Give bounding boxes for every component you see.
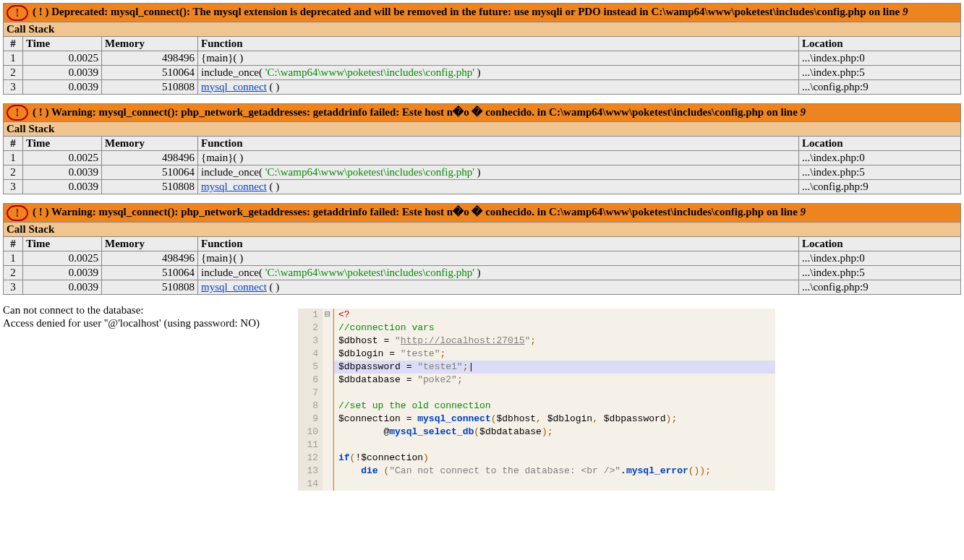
line-number: 14 — [298, 478, 323, 491]
editor-line[interactable]: 4$dblogin = "teste"; — [298, 348, 775, 361]
line-number: 6 — [298, 374, 323, 387]
editor-line[interactable]: 3$dbhost = "http://localhost:27015"; — [298, 335, 775, 348]
error-message: !( ! ) Warning: mysql_connect(): php_net… — [4, 103, 961, 122]
fold-gutter[interactable] — [323, 426, 333, 439]
fold-gutter[interactable] — [323, 335, 333, 348]
exclamation-icon: ! — [7, 205, 28, 221]
table-row: 30.0039510808mysql_connect ( )...\config… — [4, 180, 961, 194]
col-header-location: Location — [799, 236, 961, 251]
col-header-memory: Memory — [102, 36, 198, 51]
code-text[interactable]: $dbpassword = "teste1";| — [333, 361, 775, 374]
editor-line[interactable]: 10 @mysql_select_db($dbdatabase); — [298, 426, 775, 439]
fold-gutter[interactable] — [323, 322, 333, 335]
fold-gutter[interactable] — [323, 387, 333, 400]
cell-location: ...\config.php:9 — [799, 280, 961, 294]
code-text[interactable]: <? — [333, 309, 775, 322]
table-row: 10.0025498496{main}( )...\index.php:0 — [4, 151, 961, 165]
code-text[interactable] — [333, 439, 775, 452]
exclamation-icon: ! — [7, 105, 28, 121]
line-number: 4 — [298, 348, 323, 361]
output-line-2: Access denied for user ''@'localhost' (u… — [3, 317, 260, 329]
fold-gutter[interactable] — [323, 361, 333, 374]
fold-gutter[interactable] — [323, 478, 333, 491]
code-text[interactable]: $dbdatabase = "poke2"; — [333, 374, 775, 387]
line-number: 2 — [298, 322, 323, 335]
table-row: 20.0039510064include_once( 'C:\wamp64\ww… — [4, 265, 961, 280]
code-text[interactable]: if(!$connection) — [333, 452, 775, 465]
fold-icon[interactable]: ⊟ — [325, 309, 330, 320]
fold-gutter[interactable] — [323, 465, 333, 478]
fold-gutter[interactable] — [323, 374, 333, 387]
editor-line[interactable]: 12if(!$connection) — [298, 452, 775, 465]
table-header-row: #TimeMemoryFunctionLocation — [4, 36, 961, 51]
fold-gutter[interactable] — [323, 348, 333, 361]
table-row: 20.0039510064include_once( 'C:\wamp64\ww… — [4, 65, 961, 79]
col-header-idx: # — [4, 137, 23, 151]
error-message: !( ! ) Deprecated: mysql_connect(): The … — [4, 4, 961, 22]
cell-location: ...\index.php:5 — [799, 65, 961, 79]
cell-location: ...\config.php:9 — [799, 180, 961, 194]
table-header-row: #TimeMemoryFunctionLocation — [4, 236, 961, 251]
fold-gutter[interactable] — [323, 452, 333, 465]
code-text[interactable] — [333, 478, 775, 491]
code-text[interactable]: //connection vars — [333, 322, 775, 335]
editor-line[interactable]: 1⊟<? — [298, 309, 775, 322]
cell-memory: 510808 — [102, 280, 198, 294]
table-row: 20.0039510064include_once( 'C:\wamp64\ww… — [4, 165, 961, 180]
line-number: 12 — [298, 452, 323, 465]
xdebug-error-table: !( ! ) Deprecated: mysql_connect(): The … — [3, 3, 961, 95]
doc-link[interactable]: mysql_connect — [201, 181, 267, 192]
code-text[interactable]: @mysql_select_db($dbdatabase); — [333, 426, 775, 439]
col-header-time: Time — [23, 236, 102, 251]
fold-gutter[interactable] — [323, 439, 333, 452]
editor-line[interactable]: 5$dbpassword = "teste1";| — [298, 361, 775, 374]
cell-memory: 510064 — [102, 265, 198, 280]
doc-link[interactable]: mysql_connect — [201, 81, 267, 92]
editor-line[interactable]: 8//set up the old connection — [298, 400, 775, 413]
line-number: 13 — [298, 465, 323, 478]
col-header-memory: Memory — [102, 137, 198, 151]
code-text[interactable] — [333, 387, 775, 400]
col-header-idx: # — [4, 236, 23, 251]
cell-time: 0.0039 — [23, 265, 102, 280]
table-row: 30.0039510808mysql_connect ( )...\config… — [4, 79, 961, 94]
fold-gutter[interactable]: ⊟ — [323, 309, 333, 322]
fold-gutter[interactable] — [323, 400, 333, 413]
editor-line[interactable]: 14 — [298, 478, 775, 491]
cell-location: ...\index.php:0 — [799, 151, 961, 165]
cell-time: 0.0039 — [23, 280, 102, 294]
editor-line[interactable]: 7 — [298, 387, 775, 400]
col-header-function: Function — [198, 36, 799, 51]
cell-location: ...\config.php:9 — [799, 79, 961, 94]
cell-time: 0.0025 — [23, 51, 102, 65]
editor-line[interactable]: 13 die ("Can not connect to the database… — [298, 465, 775, 478]
cell-memory: 510064 — [102, 65, 198, 79]
cell-index: 3 — [4, 79, 23, 94]
xdebug-error-table: !( ! ) Warning: mysql_connect(): php_net… — [3, 203, 961, 295]
code-text[interactable]: $dblogin = "teste"; — [333, 348, 775, 361]
code-text[interactable]: //set up the old connection — [333, 400, 775, 413]
col-header-time: Time — [23, 137, 102, 151]
code-text[interactable]: die ("Can not connect to the database: <… — [333, 465, 775, 478]
line-number: 5 — [298, 361, 323, 374]
editor-line[interactable]: 2//connection vars — [298, 322, 775, 335]
editor-line[interactable]: 9$connection = mysql_connect($dbhost, $d… — [298, 413, 775, 426]
cell-memory: 510808 — [102, 79, 198, 94]
cell-function: {main}( ) — [198, 251, 799, 265]
code-text[interactable]: $connection = mysql_connect($dbhost, $db… — [333, 413, 775, 426]
editor-line[interactable]: 6$dbdatabase = "poke2"; — [298, 374, 775, 387]
line-number: 7 — [298, 387, 323, 400]
cell-function: include_once( 'C:\wamp64\www\poketest\in… — [198, 265, 799, 280]
line-number: 3 — [298, 335, 323, 348]
code-text[interactable]: $dbhost = "http://localhost:27015"; — [333, 335, 775, 348]
cell-function: include_once( 'C:\wamp64\www\poketest\in… — [198, 165, 799, 180]
doc-link[interactable]: mysql_connect — [201, 281, 267, 293]
cell-index: 1 — [4, 251, 23, 265]
table-row: 30.0039510808mysql_connect ( )...\config… — [4, 280, 961, 294]
line-number: 8 — [298, 400, 323, 413]
cell-index: 2 — [4, 165, 23, 180]
editor-line[interactable]: 11 — [298, 439, 775, 452]
fold-gutter[interactable] — [323, 413, 333, 426]
code-editor[interactable]: 1⊟<?2//connection vars3$dbhost = "http:/… — [298, 309, 775, 491]
cell-location: ...\index.php:0 — [799, 51, 961, 65]
